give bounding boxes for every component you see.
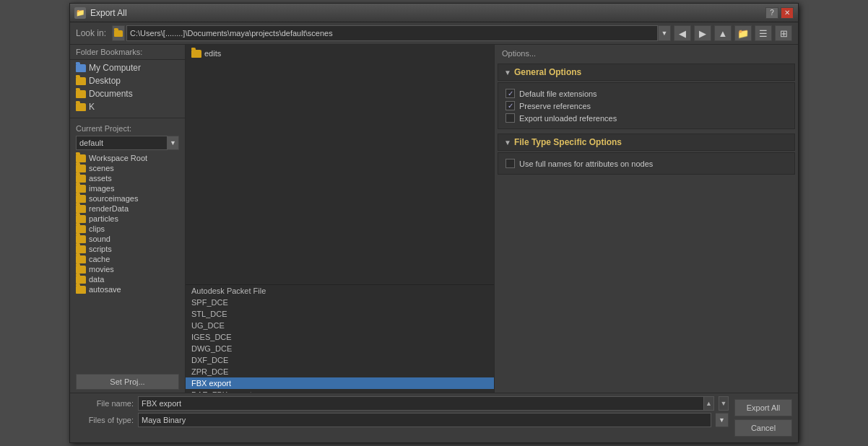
filetype-value[interactable]: Maya Binary bbox=[138, 413, 711, 427]
general-options-header[interactable]: ▼ General Options bbox=[498, 64, 795, 81]
file-browser[interactable]: edits bbox=[186, 45, 494, 284]
file-item-label: edits bbox=[204, 49, 221, 58]
project-dropdown-arrow[interactable]: ▼ bbox=[168, 136, 179, 150]
bookmark-label: Desktop bbox=[89, 76, 121, 86]
preserve-references-checkbox[interactable] bbox=[505, 101, 515, 110]
data-icon bbox=[76, 276, 86, 284]
tree-item-scripts[interactable]: scripts bbox=[70, 244, 185, 254]
project-select: default ▼ bbox=[76, 136, 179, 150]
tree-item-renderdata[interactable]: renderData bbox=[70, 204, 185, 214]
filename-scroll-down[interactable]: ▼ bbox=[719, 396, 729, 411]
documents-icon bbox=[76, 90, 86, 98]
titlebar-buttons: ? ✕ bbox=[765, 7, 794, 19]
filetype-dropdown-arrow[interactable]: ▼ bbox=[716, 413, 729, 427]
format-list: Autodesk Packet File SPF_DCE STL_DCE UG_… bbox=[186, 284, 494, 393]
help-button[interactable]: ? bbox=[765, 7, 778, 19]
tree-item-workspace-root[interactable]: Workspace Root bbox=[70, 153, 185, 163]
filename-row: File name: ▲ ▼ bbox=[76, 396, 729, 411]
checkbox-export-unloaded: Export unloaded references bbox=[505, 112, 787, 124]
cancel-button[interactable]: Cancel bbox=[734, 419, 792, 437]
sound-icon bbox=[76, 235, 86, 243]
tree-item-scenes[interactable]: scenes bbox=[70, 163, 185, 173]
checkbox-full-names: Use full names for attributes on nodes bbox=[505, 157, 787, 170]
tree-item-movies[interactable]: movies bbox=[70, 264, 185, 274]
bookmark-desktop[interactable]: Desktop bbox=[70, 74, 185, 87]
filetype-options-header[interactable]: ▼ File Type Specific Options bbox=[498, 134, 795, 151]
scripts-icon bbox=[76, 245, 86, 253]
close-button[interactable]: ✕ bbox=[781, 7, 794, 19]
edits-folder-icon bbox=[191, 50, 201, 58]
toolbar: Look in: C:\Users\[........]\Documents\m… bbox=[70, 22, 798, 45]
format-zpr-dce[interactable]: ZPR_DCE bbox=[186, 366, 494, 377]
format-iges-dce[interactable]: IGES_DCE bbox=[186, 331, 494, 343]
particles-icon bbox=[76, 215, 86, 223]
cache-icon bbox=[76, 255, 86, 263]
tree-item-data[interactable]: data bbox=[70, 274, 185, 284]
tree-item-clips[interactable]: clips bbox=[70, 224, 185, 234]
tree-item-autosave[interactable]: autosave bbox=[70, 284, 185, 294]
bookmark-list: My Computer Desktop Documents K bbox=[70, 60, 185, 115]
format-dxf-dce[interactable]: DXF_DCE bbox=[186, 354, 494, 366]
checkbox-default-extensions: Default file extensions bbox=[505, 87, 787, 100]
full-names-checkbox[interactable] bbox=[505, 159, 515, 168]
options-label: Options... bbox=[495, 45, 798, 62]
format-ug-dce[interactable]: UG_DCE bbox=[186, 320, 494, 331]
tree-item-sound[interactable]: sound bbox=[70, 234, 185, 244]
left-panel: Folder Bookmarks: My Computer Desktop Do… bbox=[70, 45, 186, 393]
format-stl-dce[interactable]: STL_DCE bbox=[186, 308, 494, 320]
tree-item-assets[interactable]: assets bbox=[70, 173, 185, 183]
separator bbox=[70, 118, 185, 118]
filename-input[interactable] bbox=[138, 396, 704, 411]
checkbox-preserve-references: Preserve references bbox=[505, 100, 787, 112]
format-dwg-dce[interactable]: DWG_DCE bbox=[186, 343, 494, 354]
project-value[interactable]: default bbox=[76, 136, 168, 150]
export-all-button[interactable]: Export All bbox=[734, 399, 792, 416]
nav-forward-button[interactable]: ▶ bbox=[694, 25, 711, 41]
filename-input-wrap: ▲ bbox=[138, 396, 714, 411]
path-dropdown-arrow[interactable]: ▼ bbox=[658, 25, 671, 41]
export-unloaded-checkbox[interactable] bbox=[505, 113, 515, 123]
autosave-icon bbox=[76, 286, 86, 294]
default-extensions-label: Default file extensions bbox=[519, 89, 597, 98]
nav-up-button[interactable]: ▲ bbox=[714, 25, 732, 41]
set-project-button[interactable]: Set Proj... bbox=[76, 374, 179, 390]
format-fbx-export[interactable]: FBX export bbox=[186, 377, 494, 389]
dialog-icon: 📁 bbox=[74, 7, 86, 19]
format-autodesk-packet[interactable]: Autodesk Packet File bbox=[186, 285, 494, 297]
scenes-icon bbox=[76, 165, 86, 172]
file-item-edits[interactable]: edits bbox=[188, 48, 491, 59]
path-folder-icon bbox=[112, 25, 125, 41]
format-spf-dce[interactable]: SPF_DCE bbox=[186, 297, 494, 308]
center-panel: edits Autodesk Packet File SPF_DCE STL_D… bbox=[186, 45, 495, 393]
my-computer-icon bbox=[76, 64, 86, 72]
tree-item-cache[interactable]: cache bbox=[70, 254, 185, 264]
tree-item-images[interactable]: images bbox=[70, 183, 185, 193]
nav-back-button[interactable]: ◀ bbox=[674, 25, 691, 41]
clips-icon bbox=[76, 225, 86, 233]
sourceimages-icon bbox=[76, 195, 86, 203]
desktop-icon bbox=[76, 77, 86, 85]
bookmark-label: K bbox=[89, 102, 95, 112]
bookmark-documents[interactable]: Documents bbox=[70, 87, 185, 100]
list-view-button[interactable]: ☰ bbox=[755, 25, 772, 41]
current-project-label: Current Project: bbox=[70, 121, 185, 134]
folder-tree: Workspace Root scenes assets images sour… bbox=[70, 152, 185, 371]
look-in-label: Look in: bbox=[76, 28, 106, 38]
general-options-content: Default file extensions Preserve referen… bbox=[498, 82, 795, 129]
main-content: Folder Bookmarks: My Computer Desktop Do… bbox=[70, 45, 798, 393]
bookmark-my-computer[interactable]: My Computer bbox=[70, 61, 185, 74]
export-unloaded-label: Export unloaded references bbox=[519, 114, 617, 123]
tree-item-particles[interactable]: particles bbox=[70, 214, 185, 224]
default-extensions-checkbox[interactable] bbox=[505, 89, 515, 98]
bookmark-label: Documents bbox=[89, 89, 133, 99]
images-icon bbox=[76, 185, 86, 193]
detail-view-button[interactable]: ⊞ bbox=[775, 25, 792, 41]
new-folder-button[interactable]: 📁 bbox=[734, 25, 752, 41]
movies-icon bbox=[76, 266, 86, 274]
export-all-dialog: 📁 Export All ? ✕ Look in: C:\Users\[....… bbox=[69, 3, 799, 443]
filename-scroll-up[interactable]: ▲ bbox=[704, 396, 714, 411]
bookmark-k[interactable]: K bbox=[70, 100, 185, 113]
path-display[interactable]: C:\Users\[........]\Documents\maya\proje… bbox=[126, 25, 658, 41]
full-names-label: Use full names for attributes on nodes bbox=[519, 159, 653, 168]
tree-item-sourceimages[interactable]: sourceimages bbox=[70, 193, 185, 204]
